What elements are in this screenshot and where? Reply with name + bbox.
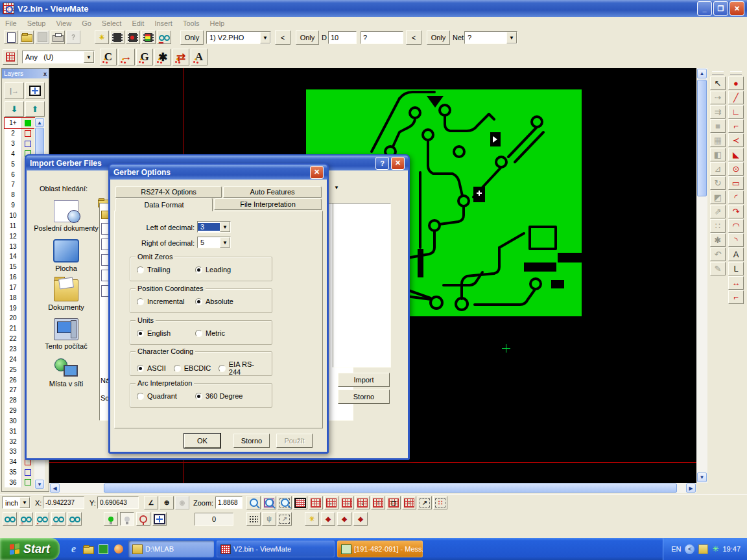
start-button[interactable]: Start <box>0 538 60 560</box>
pan-right-icon[interactable]: → <box>340 496 354 509</box>
point-select-icon[interactable]: ∷ <box>433 496 447 509</box>
chevron-down-icon[interactable]: ▼ <box>506 32 517 43</box>
view-lines-icon[interactable]: ≡ <box>19 512 33 526</box>
pan-up-icon[interactable]: ↑ <box>371 496 385 509</box>
film-colors-icon[interactable] <box>141 30 156 44</box>
only-net-button[interactable]: Only <box>427 30 450 45</box>
mirror-v-tool[interactable]: ⊿ <box>710 162 726 176</box>
layer-color-swatch[interactable] <box>25 469 31 476</box>
help-button[interactable]: ? <box>375 157 389 170</box>
close-icon[interactable]: x <box>43 71 47 77</box>
angle-tool[interactable]: ≺ <box>728 134 744 147</box>
place-network[interactable]: Místa v síti <box>33 357 99 388</box>
radio-ebcdic[interactable]: EBCDIC <box>174 364 211 372</box>
pad-scratch-icon[interactable]: ◆ <box>337 512 351 526</box>
menu-go[interactable]: Go <box>77 18 97 29</box>
taskbar-task-2[interactable]: [191-482-091] - Mess... <box>337 541 423 557</box>
layer-row-1+[interactable]: 1+ <box>5 118 34 128</box>
menu-select[interactable]: Select <box>97 18 127 29</box>
layer-color-swatch[interactable] <box>25 130 31 137</box>
import-button[interactable]: Import <box>338 373 390 387</box>
taskbar-task-1[interactable]: V2.bin - ViewMate <box>217 541 335 557</box>
layer-combo[interactable]: 1) V2.PHO ▼ <box>206 31 271 44</box>
rotate-tool[interactable]: ↻ <box>710 176 726 190</box>
pan-left-icon[interactable]: ← <box>324 496 338 509</box>
select-tool[interactable]: ↖ <box>710 76 726 90</box>
firefox-icon[interactable] <box>112 543 124 555</box>
layer-up-button[interactable]: ⬆ <box>25 101 45 117</box>
chevron-down-icon[interactable]: ▼ <box>19 497 30 508</box>
cancel-button[interactable]: Storno <box>338 390 390 404</box>
new-file-icon[interactable] <box>4 30 18 44</box>
swap-icon[interactable]: ⇄ <box>172 49 189 65</box>
layer-row-35[interactable]: 35 <box>5 467 34 478</box>
pad-tool[interactable]: ● <box>728 76 744 90</box>
step-repeat-tool[interactable]: ∷ <box>710 219 726 233</box>
move-layer-tool[interactable]: ⇗ <box>710 205 726 218</box>
goto-icon[interactable]: → <box>118 49 135 65</box>
dock-layer-button[interactable]: |→ <box>5 82 24 99</box>
flash-view-icon[interactable]: ✳ <box>95 30 109 44</box>
menu-insert[interactable]: Insert <box>149 18 178 29</box>
layer-row-3[interactable]: 3 <box>5 139 34 149</box>
tray-chevron-icon[interactable]: < <box>685 544 694 554</box>
close-button[interactable]: ✕ <box>729 1 744 16</box>
view-dcodes-icon[interactable]: ∙∙∙ <box>3 512 17 526</box>
view-trace-icon[interactable]: ∙– <box>51 512 65 526</box>
stretch-select-icon[interactable]: ↗ <box>418 496 432 509</box>
polyline-tool[interactable]: ∟ <box>728 105 744 119</box>
curve-tool[interactable]: ↷ <box>728 205 744 218</box>
layer-color-swatch[interactable] <box>25 141 31 147</box>
zoom-area-icon[interactable] <box>278 496 292 509</box>
layer-color-swatch[interactable] <box>25 120 31 126</box>
close-button[interactable]: ✕ <box>310 166 324 179</box>
dimension-tool[interactable]: ↔ <box>728 276 744 290</box>
anchor-icon[interactable]: ψ <box>262 512 276 526</box>
tab-rs274x-options[interactable]: RS274-X Options <box>115 186 222 198</box>
grid-show-icon[interactable] <box>309 496 323 509</box>
menu-tools[interactable]: Tools <box>178 18 205 29</box>
fill-rect-tool[interactable]: ■ <box>710 119 726 133</box>
layers-panel-title[interactable]: Layers x <box>2 69 49 78</box>
line-tool[interactable]: ╱ <box>728 91 744 104</box>
ie-icon[interactable]: e <box>67 543 80 555</box>
radio-ascii[interactable]: ASCII <box>137 364 166 372</box>
app-tray-icon[interactable]: ✳ <box>712 544 718 554</box>
scroll-right-icon[interactable]: ▶ <box>686 484 696 493</box>
explorer-icon[interactable] <box>82 543 95 555</box>
arc-tool[interactable]: ◜ <box>728 191 744 204</box>
settings-tool[interactable]: ✱ <box>710 233 726 247</box>
minimize-button[interactable]: _ <box>697 1 712 16</box>
right-of-decimal-combo[interactable]: 5 ▼ <box>197 237 231 248</box>
radio-trailing[interactable]: Trailing <box>137 266 195 274</box>
gerber-options-title-bar[interactable]: Gerber Options ✕ <box>110 165 327 180</box>
scroll-up-icon[interactable]: ▲ <box>697 69 707 78</box>
grid-pair-icon[interactable]: ▫ <box>402 496 416 509</box>
undo-tool[interactable]: ↶ <box>710 248 726 261</box>
layer-color-swatch[interactable] <box>25 479 31 485</box>
pan-down-icon[interactable]: ↓ <box>355 496 370 509</box>
tab-auto-features[interactable]: Auto Features <box>223 186 322 198</box>
menu-help[interactable]: Help <box>205 18 230 29</box>
layer-down-button[interactable]: ⬇ <box>5 101 24 117</box>
mirror-h-tool[interactable]: ◧ <box>710 148 726 161</box>
chevron-down-icon[interactable]: ▼ <box>220 237 230 248</box>
prev-layer-button[interactable]: < <box>275 30 290 45</box>
layer-colors-button[interactable] <box>25 82 45 99</box>
clipboard-tray-icon[interactable] <box>698 544 708 554</box>
scale-tool[interactable]: ◩ <box>710 191 726 204</box>
only-dcode-button[interactable]: Only <box>296 30 319 45</box>
radio-eia-rs-244[interactable]: EIA RS-244 <box>219 360 264 376</box>
context-help-icon[interactable]: ? <box>66 30 80 44</box>
arc-cw-tool[interactable]: ◠ <box>728 219 744 233</box>
dcode-query-input[interactable]: ? <box>361 31 403 44</box>
film-dot-icon[interactable] <box>126 30 140 44</box>
radio-leading[interactable]: Leading <box>195 266 254 274</box>
view-arc-icon[interactable]: ⌣ <box>67 512 82 526</box>
place-documents[interactable]: Dokumenty <box>33 279 99 311</box>
menu-edit[interactable]: Edit <box>126 18 149 29</box>
grid-dots-icon[interactable] <box>246 512 261 526</box>
copy-tool[interactable]: ⇉ <box>710 105 726 119</box>
place-recent[interactable]: Poslední dokumenty <box>33 200 99 232</box>
zoom-corner-icon[interactable]: ◻ <box>386 496 401 509</box>
